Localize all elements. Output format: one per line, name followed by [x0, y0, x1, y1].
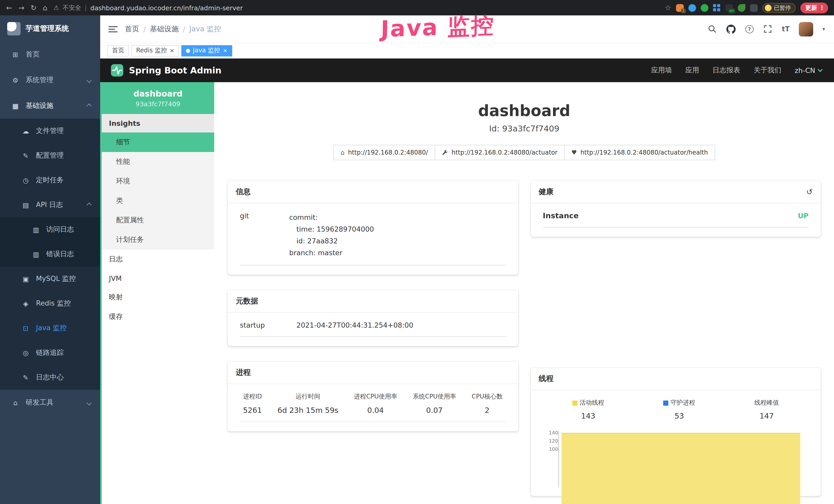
link-chip-actuator[interactable]: http://192.168.0.2:48080/actuator [435, 145, 565, 160]
history-icon[interactable]: ↺ [806, 187, 813, 197]
sidebar-item-infrastructure[interactable]: ▦ 基础设施 [0, 93, 100, 119]
help-icon[interactable]: ? [745, 24, 754, 33]
menu-item-caches[interactable]: 缓存 [102, 307, 214, 327]
insecure-warning-icon[interactable]: ⚠ [53, 4, 59, 11]
extension-icon-drop[interactable] [688, 4, 696, 12]
sba-nav-applications[interactable]: 应用 [685, 66, 699, 75]
sba-nav-wallboard[interactable]: 应用墙 [651, 66, 672, 75]
git-commit-line: commit: [289, 211, 506, 223]
sidebar-item-access-log[interactable]: ▥ 访问日志 [0, 217, 100, 242]
tab-redis-monitor[interactable]: Redis 监控 × [132, 45, 179, 56]
link-chip-root[interactable]: ⌂ http://192.168.0.2:48080/ [333, 145, 435, 160]
sidebar-item-label: 访问日志 [46, 225, 74, 234]
sidebar-item-config-management[interactable]: ✎ 配置管理 [0, 143, 100, 168]
caret-down-icon[interactable]: ▾ [822, 26, 825, 32]
browser-chrome: ← → ↻ ⌂ ⚠ 不安全 | dashboard.yudao.iocoder.… [0, 0, 834, 16]
menu-item-environment[interactable]: 环境 [102, 171, 214, 191]
tab-close-icon[interactable]: × [223, 48, 227, 53]
extension-icon-switch[interactable]: on [725, 4, 733, 12]
menu-item-mappings[interactable]: 映射 [102, 288, 214, 307]
col-value: 5261 [243, 406, 262, 414]
timer-icon: ◷ [20, 176, 32, 184]
chevron-down-icon [87, 77, 92, 83]
address-bar[interactable]: ⚠ 不安全 | dashboard.yudao.iocoder.cn/infra… [53, 3, 659, 12]
security-label[interactable]: 不安全 [63, 3, 81, 12]
sidebar-item-redis-monitor[interactable]: ◈ Redis 监控 [0, 291, 100, 316]
sba-nav-about[interactable]: 关于我们 [753, 66, 781, 75]
extension-icon-orange[interactable]: 1 [676, 4, 683, 12]
breadcrumb-item-home[interactable]: 首页 [125, 24, 139, 33]
sidebar-item-label: 错误日志 [46, 250, 74, 259]
profile-paused-label: 已暂停 [774, 4, 791, 12]
hamburger-icon[interactable] [108, 24, 118, 33]
menu-item-details[interactable]: 细节 [102, 133, 214, 152]
menu-item-scheduled-tasks[interactable]: 计划任务 [102, 230, 214, 250]
sidebar-item-home[interactable]: ⊞ 首页 [0, 42, 100, 67]
extension-icon-grid[interactable] [713, 4, 721, 12]
threads-legend: 活动线程 143 守护进程 [543, 398, 809, 420]
font-size-icon[interactable]: tT [782, 25, 790, 33]
browser-home-icon[interactable]: ⌂ [43, 4, 47, 12]
url-text[interactable]: dashboard.yudao.iocoder.cn/infra/admin-s… [90, 4, 243, 12]
search-icon[interactable] [708, 24, 717, 33]
sidebar-item-file-management[interactable]: ☁ 文件管理 [0, 119, 100, 143]
avatar[interactable] [799, 22, 813, 36]
log-center-icon: ✎ [20, 373, 32, 381]
sidebar-item-label: 日志中心 [36, 373, 64, 382]
page-subtitle: Id: 93a3fc7f7409 [214, 124, 834, 134]
metadata-key: startup [240, 321, 297, 329]
forward-icon[interactable]: → [18, 4, 24, 12]
tab-close-icon[interactable]: × [170, 48, 174, 53]
chart-plot-area [561, 430, 800, 487]
col-header: 系统CPU使用率 [413, 392, 456, 401]
chevron-down-icon [817, 67, 823, 72]
instance-panel[interactable]: dashboard 93a3fc7f7409 [102, 82, 214, 114]
refresh-icon[interactable]: ↻ [30, 4, 37, 12]
extension-icon-leaf[interactable] [738, 4, 745, 12]
back-icon[interactable]: ← [6, 4, 12, 12]
fullscreen-icon[interactable] [763, 24, 773, 33]
sidebar-item-trace[interactable]: ◎ 链路追踪 [0, 340, 100, 365]
threads-chart: 140 120 100 [543, 430, 809, 487]
locale-select[interactable]: zh-CN [795, 66, 822, 74]
tab-label: Java 监控 [193, 46, 220, 55]
sidebar-item-log-center[interactable]: ✎ 日志中心 [0, 365, 100, 390]
log-icon: ▤ [20, 201, 32, 209]
sidebar-item-system[interactable]: ⚙ 系统管理 [0, 67, 100, 93]
legend-value: 147 [754, 412, 779, 420]
tab-home[interactable]: 首页 [107, 45, 129, 56]
info-row-git: git commit: time: 1596289704000 id: 27aa… [240, 211, 506, 266]
sba-nav-journal[interactable]: 日志报表 [712, 66, 740, 75]
browser-menu-icon[interactable]: ⋮ [819, 4, 825, 11]
sba-brand-box[interactable]: Spring Boot Admin [110, 64, 221, 77]
sidebar-item-java-monitor[interactable]: ⊡ Java 监控 [0, 316, 100, 340]
bookmark-star-icon[interactable]: ☆ [665, 4, 671, 12]
git-branch-line: branch: master [289, 247, 506, 259]
health-row-instance[interactable]: Instance UP [543, 211, 809, 228]
sidebar-item-scheduled-jobs[interactable]: ◷ 定时任务 [0, 168, 100, 192]
menu-item-performance[interactable]: 性能 [102, 152, 214, 171]
profile-chip[interactable]: 已暂停 [762, 3, 795, 13]
process-col-pid: 进程ID 5261 [243, 392, 262, 414]
update-button[interactable]: 更新 ⋮ [800, 2, 828, 13]
app-logo-row[interactable]: 芋道管理系统 [0, 16, 100, 42]
sidebar-item-mysql-monitor[interactable]: ▣ MySQL 监控 [0, 267, 100, 291]
col-header: 进程CPU使用率 [354, 392, 397, 401]
instance-links: ⌂ http://192.168.0.2:48080/ http://192.1… [214, 145, 834, 160]
extension-icon-puzzle[interactable] [750, 4, 758, 12]
extension-icon-green-circle[interactable] [700, 4, 708, 12]
breadcrumb-item-infra[interactable]: 基础设施 [150, 24, 178, 33]
legend-label: 线程峰值 [754, 398, 779, 407]
sidebar-item-api-log[interactable]: ▤ API 日志 [0, 192, 100, 217]
menu-item-jvm[interactable]: JVM [102, 269, 214, 288]
github-icon[interactable] [726, 24, 736, 33]
link-chip-health[interactable]: ♥ http://192.168.0.2:48080/actuator/heal… [564, 145, 715, 160]
sidebar-item-error-log[interactable]: ▥ 错误日志 [0, 242, 100, 267]
home-icon: ⌂ [341, 149, 345, 156]
menu-item-logs[interactable]: 日志 [102, 250, 214, 269]
menu-item-classes[interactable]: 类 [102, 191, 214, 210]
tab-java-monitor[interactable]: Java 监控 × [182, 45, 232, 56]
menu-item-config-props[interactable]: 配置属性 [102, 210, 214, 230]
process-table: 进程ID 5261 运行时间 6d 23h 15m 59s [240, 392, 506, 422]
sidebar-item-dev-tools[interactable]: ⌂ 研发工具 [0, 390, 100, 415]
